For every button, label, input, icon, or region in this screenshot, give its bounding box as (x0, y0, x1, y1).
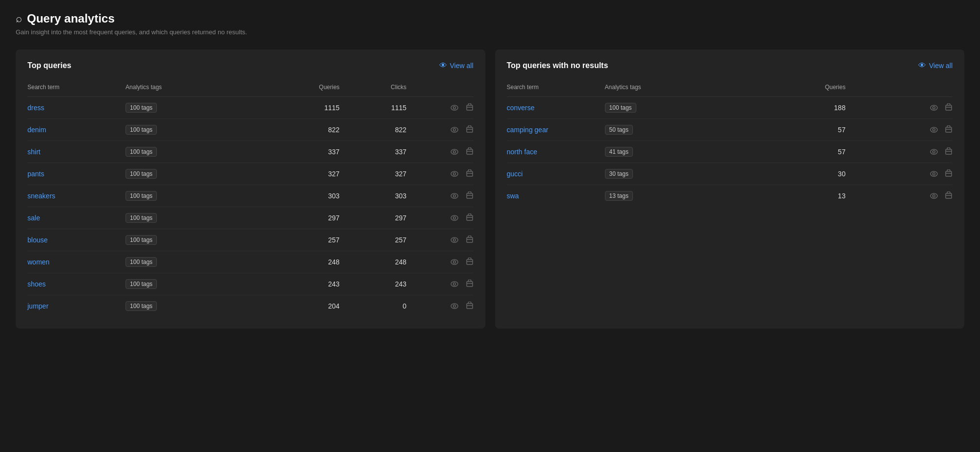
svg-rect-26 (467, 282, 473, 286)
table-row: dress 100 tags 1115 1115 (27, 97, 474, 119)
search-term-link[interactable]: denim (27, 126, 46, 134)
eye-icon[interactable] (930, 170, 940, 179)
search-term-link[interactable]: shirt (27, 148, 40, 156)
eye-icon[interactable] (930, 126, 940, 135)
clicks-count: 243 (340, 273, 406, 295)
svg-point-7 (453, 150, 456, 153)
svg-point-30 (930, 105, 937, 110)
search-term-link[interactable]: converse (507, 104, 535, 112)
queries-count: 57 (748, 141, 846, 163)
search-term-link[interactable]: camping gear (507, 126, 549, 134)
eye-icon[interactable] (451, 148, 460, 157)
queries-count: 57 (748, 119, 846, 141)
box-icon[interactable] (466, 259, 474, 267)
eye-icon[interactable] (930, 148, 940, 157)
box-icon[interactable] (466, 148, 474, 157)
eye-icon[interactable] (451, 170, 460, 179)
row-actions (406, 185, 473, 207)
tag-badge: 100 tags (126, 301, 157, 311)
search-icon: ⌕ (16, 12, 22, 25)
box-icon[interactable] (466, 214, 474, 223)
eye-icon[interactable] (930, 104, 940, 113)
table-row: camping gear 50 tags 57 (507, 119, 953, 141)
top-queries-no-results-header: Top queries with no results 👁 View all (507, 61, 953, 70)
box-icon[interactable] (466, 303, 474, 311)
view-all-no-results-eye-icon: 👁 (918, 61, 926, 70)
top-queries-no-results-title: Top queries with no results (507, 61, 608, 70)
svg-point-3 (451, 127, 458, 132)
row-actions (406, 295, 473, 317)
svg-point-0 (451, 105, 458, 110)
box-icon[interactable] (945, 148, 953, 157)
top-queries-header: Top queries 👁 View all (27, 61, 474, 70)
eye-icon[interactable] (451, 281, 460, 289)
box-icon[interactable] (466, 126, 474, 135)
eye-icon[interactable] (930, 192, 940, 201)
queries-count: 257 (259, 229, 340, 251)
svg-point-28 (453, 305, 456, 307)
queries-count: 1115 (259, 97, 340, 119)
search-term-link[interactable]: jumper (27, 302, 49, 310)
svg-rect-20 (467, 238, 473, 242)
box-icon[interactable] (466, 170, 474, 179)
eye-icon[interactable] (451, 214, 460, 223)
search-term-link[interactable]: swa (507, 192, 519, 200)
table-row: denim 100 tags 822 822 (27, 119, 474, 141)
row-actions (406, 273, 473, 295)
table-row: swa 13 tags 13 (507, 185, 953, 207)
eye-icon[interactable] (451, 237, 460, 245)
search-term-link[interactable]: blouse (27, 236, 48, 244)
eye-icon[interactable] (451, 303, 460, 311)
svg-point-36 (930, 149, 937, 154)
tag-badge: 100 tags (605, 103, 636, 113)
col-header-actions2 (846, 80, 953, 97)
svg-point-34 (932, 128, 935, 131)
box-icon[interactable] (466, 237, 474, 245)
queries-count: 243 (259, 273, 340, 295)
view-all-top-queries-button[interactable]: 👁 View all (439, 61, 474, 70)
row-actions (846, 97, 953, 119)
clicks-count: 1115 (340, 97, 406, 119)
col-header-actions (406, 80, 473, 97)
search-term-link[interactable]: shoes (27, 280, 46, 288)
box-icon[interactable] (945, 170, 953, 179)
table-row: women 100 tags 248 248 (27, 251, 474, 273)
svg-rect-41 (946, 171, 952, 176)
page-subtitle: Gain insight into the most frequent quer… (16, 28, 964, 36)
box-icon[interactable] (945, 104, 953, 113)
svg-rect-44 (946, 193, 952, 198)
search-term-link[interactable]: sale (27, 214, 40, 222)
top-queries-panel: Top queries 👁 View all Search term Analy… (16, 49, 485, 329)
eye-icon[interactable] (451, 259, 460, 267)
svg-rect-17 (467, 215, 473, 220)
box-icon[interactable] (466, 192, 474, 201)
search-term-link[interactable]: women (27, 258, 50, 266)
search-term-link[interactable]: gucci (507, 170, 523, 178)
svg-rect-2 (467, 105, 473, 110)
eye-icon[interactable] (451, 192, 460, 201)
view-all-no-results-button[interactable]: 👁 View all (918, 61, 953, 70)
table-row: gucci 30 tags 30 (507, 163, 953, 185)
svg-rect-32 (946, 105, 952, 110)
box-icon[interactable] (945, 126, 953, 135)
top-queries-table: Search term Analytics tags Queries Click… (27, 80, 474, 317)
queries-count: 822 (259, 119, 340, 141)
col-header-search-term: Search term (27, 80, 126, 97)
box-icon[interactable] (466, 281, 474, 289)
eye-icon[interactable] (451, 126, 460, 135)
queries-count: 303 (259, 185, 340, 207)
table-row: shoes 100 tags 243 243 (27, 273, 474, 295)
svg-point-24 (451, 282, 458, 286)
tag-badge: 30 tags (605, 169, 633, 179)
eye-icon[interactable] (451, 104, 460, 113)
search-term-link[interactable]: dress (27, 104, 44, 112)
svg-point-37 (932, 150, 935, 153)
search-term-link[interactable]: north face (507, 148, 537, 156)
svg-rect-35 (946, 127, 952, 132)
row-actions (406, 251, 473, 273)
search-term-link[interactable]: pants (27, 170, 44, 178)
search-term-link[interactable]: sneakers (27, 192, 55, 200)
box-icon[interactable] (945, 192, 953, 201)
box-icon[interactable] (466, 104, 474, 113)
svg-point-21 (451, 260, 458, 264)
